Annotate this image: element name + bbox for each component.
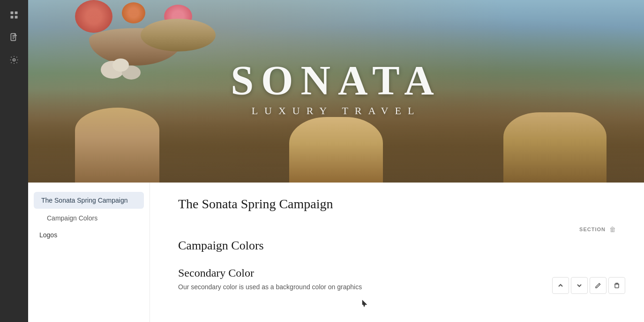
toc-sidebar: The Sonata Spring Campaign Campaign Colo… (28, 183, 150, 322)
delete-button[interactable] (608, 277, 625, 294)
hero-brand: SONATA LUXURY TRAVEL (231, 60, 442, 117)
secondary-color-title: Secondary Color (178, 267, 616, 279)
toc-item-active[interactable]: The Sonata Spring Campaign (34, 192, 144, 209)
settings-nav-icon[interactable] (5, 51, 23, 69)
toc-sub-item-campaign-colors[interactable]: Campaign Colors (34, 211, 144, 226)
hero-section: SONATA LUXURY TRAVEL (28, 0, 644, 183)
secondary-color-desc: Our secondary color is used as a backgro… (178, 282, 616, 292)
sidebar-nav (0, 0, 28, 322)
svg-rect-3 (15, 16, 18, 19)
brand-subtitle: LUXURY TRAVEL (231, 105, 442, 117)
svg-rect-2 (11, 16, 14, 19)
main-area: SONATA LUXURY TRAVEL The Sonata Spring C… (28, 0, 644, 322)
stool-left-decor (75, 108, 159, 183)
document-nav-icon[interactable] (5, 28, 23, 47)
section-title: Campaign Colors (178, 239, 616, 253)
move-up-button[interactable] (552, 277, 569, 294)
move-down-button[interactable] (571, 277, 588, 294)
content-area: The Sonata Spring Campaign Campaign Colo… (28, 183, 644, 322)
svg-rect-0 (11, 12, 14, 15)
svg-rect-6 (615, 284, 619, 288)
rock3-decor (112, 59, 129, 72)
doc-title: The Sonata Spring Campaign (178, 197, 616, 212)
svg-rect-1 (15, 12, 18, 15)
svg-point-5 (13, 59, 15, 61)
stool-center-decor (289, 117, 383, 183)
section-delete-icon[interactable]: 🗑 (609, 226, 616, 233)
flower-orange-decor (122, 2, 145, 23)
bowl-center-decor (141, 19, 216, 51)
toc-group-logos[interactable]: Logos (28, 227, 150, 242)
section-header: SECTION 🗑 (178, 226, 616, 233)
section-label: SECTION (579, 227, 606, 232)
doc-content: The Sonata Spring Campaign SECTION 🗑 Cam… (150, 183, 644, 322)
flower-left-decor (75, 0, 112, 33)
brand-title: SONATA (231, 60, 442, 101)
grid-nav-icon[interactable] (5, 6, 23, 24)
stool-right-decor (503, 112, 607, 183)
float-actions (552, 277, 625, 294)
edit-button[interactable] (590, 277, 607, 294)
cursor-indicator (362, 300, 367, 308)
